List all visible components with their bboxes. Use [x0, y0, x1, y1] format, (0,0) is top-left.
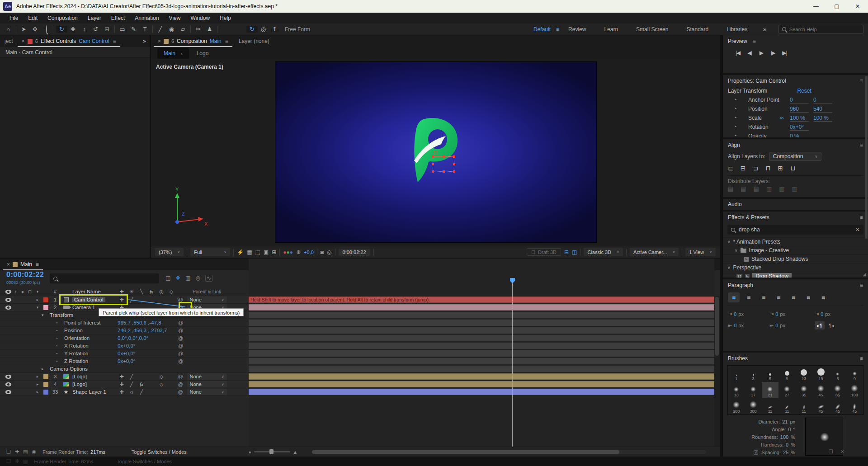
home-tool-icon[interactable]: ⌂ — [3, 26, 14, 33]
selection-anchor-icon[interactable] — [434, 151, 438, 155]
project-tab-fragment[interactable]: ject — [0, 38, 18, 44]
frame-blending-icon[interactable]: ▥ — [185, 275, 190, 282]
brush-swatch[interactable]: 45 — [829, 398, 846, 414]
effect-controls-tab[interactable]: × 6 Effect Controls Cam Control ≡ — [18, 35, 120, 47]
menu-window[interactable]: Window — [185, 13, 215, 24]
justify-last-center-button[interactable]: ≡ — [788, 292, 799, 302]
anchor-switch-icon[interactable]: ✚ — [117, 374, 127, 380]
brush-swatch[interactable]: 1 — [728, 366, 745, 382]
pan-behind-tool-icon[interactable]: ⊞ — [101, 26, 113, 33]
view-tab-logo[interactable]: Logo — [190, 48, 215, 59]
brush-swatch[interactable]: 19 — [812, 366, 829, 382]
parent-dropdown[interactable]: None∨ — [187, 389, 227, 395]
panel-grip-icon[interactable]: ◢ — [863, 272, 866, 277]
extended-viewer-icon[interactable]: ◫ — [572, 249, 577, 255]
close-button[interactable]: ✕ — [847, 0, 868, 13]
workspace-review[interactable]: Review — [559, 26, 595, 33]
brush-swatch[interactable]: 45 — [812, 382, 829, 398]
help-search-input[interactable] — [789, 27, 848, 32]
distribute-top-icon[interactable]: ▤ — [728, 185, 733, 192]
brush-swatch[interactable]: 65 — [829, 382, 846, 398]
zoom-tool-icon[interactable] — [41, 26, 52, 33]
effects-icon[interactable]: fx — [146, 289, 156, 294]
property-value[interactable]: 0x+0,0° — [118, 351, 135, 356]
layer-duration-bar[interactable] — [249, 304, 714, 311]
workspace-learn[interactable]: Learn — [595, 26, 627, 33]
layer-row-logo-4[interactable]: ▸ 4 [Logo] ✚ ╱ fx ◇ @ None∨ — [0, 381, 714, 388]
collapse-icon[interactable]: ✳ — [127, 289, 137, 295]
rotation-value[interactable]: 0x+0° — [790, 124, 809, 131]
magnification-dropdown[interactable]: (37%)∨ — [155, 248, 184, 256]
brush-swatch[interactable]: 100 — [846, 382, 863, 398]
maximize-button[interactable]: ▢ — [826, 0, 847, 13]
align-text-left-button[interactable]: ≡ — [728, 292, 740, 302]
menu-file[interactable]: File — [5, 13, 23, 24]
brush-swatch[interactable]: 200 — [728, 398, 745, 414]
workspace-menu-icon[interactable]: ≡ — [556, 26, 559, 33]
brush-tool-icon[interactable]: ╱ — [155, 26, 166, 33]
selection-handles-box[interactable] — [433, 156, 454, 172]
tree-item-image-creative[interactable]: ∨ Image - Creative — [723, 246, 868, 254]
property-value[interactable]: 746,2 ,456,3 ,-2703,7 — [118, 328, 167, 333]
shy-icon[interactable]: ✚ — [117, 289, 127, 295]
brush-swatch[interactable]: 3 — [745, 366, 761, 382]
next-frame-button[interactable]: |▶ — [770, 50, 775, 56]
snapshot-camera-icon[interactable]: ◙ — [321, 249, 324, 255]
panel-menu-icon[interactable]: ≡ — [860, 142, 863, 148]
draft-3d-icon[interactable]: ❖ — [175, 275, 180, 282]
brush-swatch[interactable]: 5 — [829, 366, 846, 382]
align-right-icon[interactable]: ⊐ — [753, 165, 758, 172]
stopwatch-icon[interactable]: ◔ — [734, 124, 737, 129]
3d-view-dropdown[interactable]: Active Camer...∨ — [630, 248, 679, 256]
pick-whip-icon[interactable]: @ — [178, 335, 183, 341]
delete-brush-icon[interactable]: ✕ — [840, 449, 844, 455]
3d-layer-icon[interactable]: ◇ — [156, 374, 166, 380]
scale-y[interactable]: 100 % — [813, 115, 832, 122]
renderer-dropdown[interactable]: Classic 3D∨ — [584, 248, 623, 256]
property-row-y-rotation[interactable]: ◔ Y Rotation 0x+0,0° @ — [0, 350, 714, 358]
brush-swatch[interactable]: 35 — [796, 382, 812, 398]
crop-region-icon[interactable]: ⊞ — [272, 249, 276, 255]
align-left-icon[interactable]: ⊏ — [728, 165, 733, 172]
stopwatch-icon[interactable]: ◔ — [55, 351, 58, 356]
scale-x[interactable]: 100 % — [790, 115, 809, 122]
expand-icon[interactable]: ▸ — [33, 381, 42, 388]
composition-mini-flowchart-icon[interactable]: ◫ — [165, 275, 170, 282]
eye-icon[interactable] — [5, 382, 11, 386]
sidebar-scrollbar[interactable] — [865, 76, 868, 239]
brush-swatch-selected[interactable]: 21 — [762, 382, 778, 398]
anchor-switch-icon[interactable]: ✚ — [117, 381, 127, 387]
pan-camera-tool-icon[interactable]: ✚ — [67, 26, 79, 33]
brush-swatch[interactable]: 300 — [745, 398, 761, 414]
menu-layer[interactable]: Layer — [83, 13, 106, 24]
panel-menu-icon[interactable]: ≡ — [860, 355, 863, 362]
minimize-button[interactable]: — — [806, 0, 826, 13]
text-direction-rtl-button[interactable]: ¶◂ — [826, 321, 836, 329]
tree-item-drop-shadow[interactable]: 32 fx Drop Shadow — [723, 272, 868, 278]
anchor-point-y[interactable]: 0 — [813, 97, 832, 104]
clear-search-icon[interactable]: ✕ — [855, 226, 860, 233]
indent-right-field[interactable]: ⇤ 0px — [728, 321, 769, 329]
align-to-dropdown[interactable]: Composition∨ — [769, 152, 822, 161]
layer-name[interactable]: [Logo] — [71, 373, 117, 380]
tree-item-stacked-drop-shadows[interactable]: fx Stacked Drop Shadows — [723, 254, 868, 263]
menu-view[interactable]: View — [164, 13, 186, 24]
label-color-icon[interactable]: ♦ — [33, 287, 42, 296]
pick-whip-icon[interactable]: @ — [178, 328, 183, 333]
rotation-tool-icon[interactable]: ↺ — [90, 26, 101, 33]
justify-last-left-button[interactable]: ≡ — [773, 292, 784, 302]
quality-switch-icon[interactable]: ╱ — [127, 381, 137, 387]
eye-icon[interactable] — [5, 298, 11, 302]
timeline-vertical-scrollbar[interactable] — [714, 296, 720, 447]
pick-whip-icon[interactable]: @ — [175, 373, 185, 380]
indent-left-field[interactable]: ⇥ 0px — [728, 311, 769, 317]
parent-dropdown[interactable]: None∨ — [187, 373, 227, 380]
exposure-icon[interactable]: ❋ — [296, 249, 301, 255]
eye-icon[interactable] — [5, 290, 11, 294]
text-direction-ltr-button[interactable]: ▸¶ — [815, 321, 825, 329]
viewer-timecode[interactable]: 0:00:02:22 — [339, 249, 370, 256]
space-after-field[interactable]: ⇤ 0px — [769, 321, 815, 329]
dolly-camera-tool-icon[interactable]: ↕ — [79, 26, 90, 33]
adjustment-switch-icon[interactable]: ☼ — [127, 389, 137, 395]
tree-item-perspective[interactable]: ∨ Perspective — [723, 263, 868, 272]
